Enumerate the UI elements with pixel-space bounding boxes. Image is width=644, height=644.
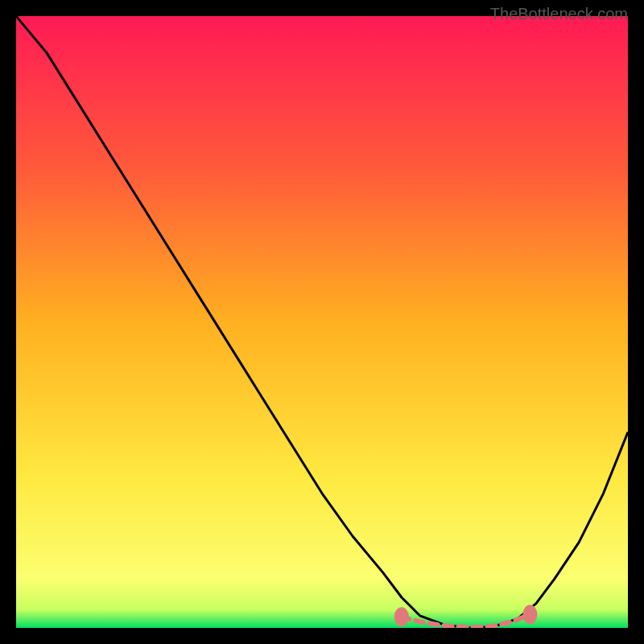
plot-area — [16, 16, 628, 628]
chart-container: TheBottleneck.com — [0, 0, 644, 644]
gradient-background — [16, 16, 628, 628]
optimal-range-endpoint — [522, 605, 537, 624]
chart-svg — [16, 16, 628, 628]
optimal-range-endpoint — [394, 607, 409, 626]
watermark-text: TheBottleneck.com — [490, 5, 628, 23]
